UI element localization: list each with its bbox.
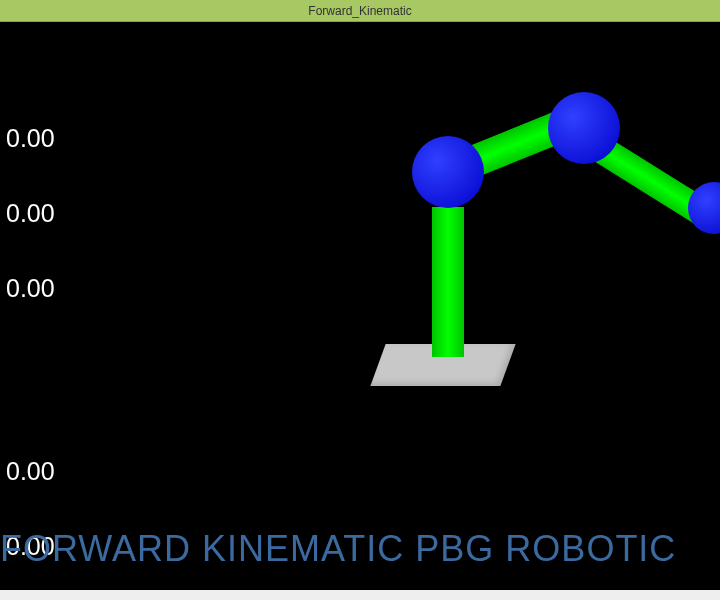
robot-joint-1: [412, 136, 484, 208]
joint-coords-0: 0.00 0.00 0.00: [6, 76, 91, 351]
footer-title: FORWARD KINEMATIC PBG ROBOTIC: [0, 528, 676, 570]
coord-value: 0.00: [6, 126, 91, 151]
coord-value: 0.00: [6, 459, 91, 484]
bottom-strip: [0, 590, 720, 600]
window-title: Forward_Kinematic: [308, 4, 411, 18]
coord-value: 0.00: [6, 276, 91, 301]
viewport-3d[interactable]: 0.00 0.00 0.00 0.00 0.00 100.00 55.64 -6…: [0, 22, 720, 600]
coord-value: 0.00: [6, 201, 91, 226]
robot-joint-2: [548, 92, 620, 164]
coordinate-readout: 0.00 0.00 0.00 0.00 0.00 100.00 55.64 -6…: [6, 26, 91, 600]
robot-arm-scene: [330, 72, 720, 452]
joint-coords-1: 0.00 0.00 100.00: [6, 409, 91, 600]
robot-link-base: [432, 207, 464, 357]
window-titlebar[interactable]: Forward_Kinematic: [0, 0, 720, 22]
